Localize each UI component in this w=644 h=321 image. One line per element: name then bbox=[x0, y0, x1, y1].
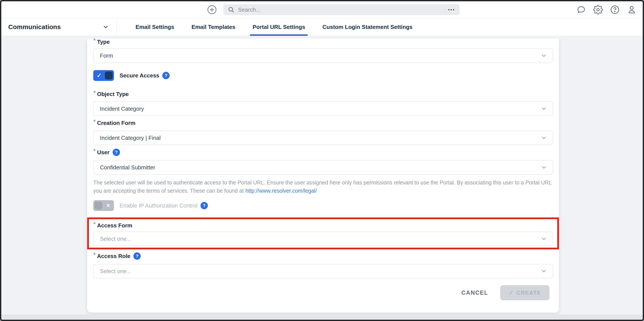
tab-email-settings[interactable]: Email Settings bbox=[127, 18, 183, 36]
search-divider bbox=[444, 6, 444, 13]
search-more-button[interactable]: ••• bbox=[448, 7, 455, 12]
access-role-help-icon[interactable]: ? bbox=[134, 252, 141, 260]
chevron-down-icon bbox=[540, 52, 547, 59]
chevron-down-icon bbox=[102, 24, 109, 30]
bottom-strip bbox=[1, 315, 643, 320]
top-bar: ••• bbox=[1, 1, 643, 18]
creation-form-label: * Creation Form bbox=[93, 120, 553, 126]
portal-url-form-card: * Type Form ✓ Secure Access ? bbox=[87, 39, 559, 313]
chat-button[interactable] bbox=[576, 5, 586, 15]
user-select[interactable]: Confidential Submitter bbox=[93, 160, 553, 175]
chevron-down-icon bbox=[540, 135, 547, 141]
chevron-down-icon bbox=[540, 164, 547, 171]
gear-icon bbox=[593, 5, 603, 15]
chevron-down-icon bbox=[540, 268, 547, 274]
help-button[interactable] bbox=[610, 5, 620, 15]
x-icon: ✕ bbox=[106, 203, 110, 209]
search-input[interactable] bbox=[238, 6, 443, 13]
nav-bar: Communications Email Settings Email Temp… bbox=[1, 18, 643, 36]
search-bar: ••• bbox=[223, 4, 460, 15]
top-right-icons bbox=[576, 1, 637, 18]
user-icon bbox=[627, 5, 637, 15]
required-asterisk: * bbox=[93, 89, 96, 96]
main-area: * Type Form ✓ Secure Access ? bbox=[1, 36, 643, 320]
chevron-down-icon bbox=[540, 105, 547, 112]
chat-bubble-icon bbox=[576, 5, 586, 15]
required-asterisk: * bbox=[93, 251, 96, 259]
access-form-select[interactable]: Select one... bbox=[93, 232, 553, 246]
secure-access-row: ✓ Secure Access ? bbox=[93, 70, 553, 81]
chevron-down-icon bbox=[540, 236, 547, 242]
type-select[interactable]: Form bbox=[93, 48, 553, 63]
access-role-select[interactable]: Select one... bbox=[93, 264, 553, 278]
required-asterisk: * bbox=[93, 118, 96, 125]
required-asterisk: * bbox=[93, 147, 96, 155]
ip-authorization-toggle[interactable]: ✕ bbox=[93, 200, 114, 211]
tab-custom-login-statement-settings[interactable]: Custom Login Statement Settings bbox=[314, 18, 421, 36]
type-label: * Type bbox=[93, 39, 553, 45]
create-button[interactable]: ✓ CREATE bbox=[500, 285, 550, 300]
module-name: Communications bbox=[8, 23, 61, 31]
check-icon: ✓ bbox=[97, 72, 102, 79]
required-asterisk: * bbox=[93, 221, 96, 228]
form-actions: CANCEL ✓ CREATE bbox=[93, 285, 553, 300]
creation-form-select[interactable]: Incident Category | Final bbox=[93, 131, 553, 145]
profile-button[interactable] bbox=[627, 5, 637, 15]
user-help-icon[interactable]: ? bbox=[113, 149, 120, 156]
question-circle-icon bbox=[610, 5, 620, 15]
create-new-button[interactable] bbox=[207, 5, 217, 14]
object-type-select[interactable]: Incident Category bbox=[93, 102, 553, 116]
settings-tabs: Email Settings Email Templates Portal UR… bbox=[127, 18, 421, 36]
ip-authorization-help-icon[interactable]: ? bbox=[200, 202, 208, 209]
user-helper-text: The selected user will be used to authen… bbox=[93, 178, 555, 195]
access-form-label: * Access Form bbox=[93, 222, 553, 229]
module-selector-dropdown[interactable]: Communications bbox=[1, 18, 116, 36]
access-role-label: * Access Role ? bbox=[93, 253, 553, 259]
secure-access-toggle[interactable]: ✓ bbox=[93, 70, 114, 81]
tab-portal-url-settings[interactable]: Portal URL Settings bbox=[244, 18, 314, 36]
annotation-highlight-box: * Access Form Select one... bbox=[87, 217, 559, 249]
user-label: * User ? bbox=[93, 149, 553, 156]
settings-button[interactable] bbox=[593, 5, 603, 15]
plus-circle-icon bbox=[207, 5, 217, 14]
legal-link[interactable]: http://www.resolver.com/legal/ bbox=[246, 188, 317, 194]
toggle-knob bbox=[94, 202, 102, 210]
tab-email-templates[interactable]: Email Templates bbox=[183, 18, 244, 36]
check-icon: ✓ bbox=[509, 290, 514, 296]
app-window: ••• bbox=[0, 0, 644, 321]
ip-authorization-label: Enable IP Authorization Control ? bbox=[120, 202, 208, 209]
object-type-label: * Object Type bbox=[93, 91, 553, 97]
search-icon bbox=[228, 6, 234, 13]
toggle-knob bbox=[105, 72, 113, 79]
secure-access-help-icon[interactable]: ? bbox=[162, 72, 170, 79]
secure-access-label: Secure Access ? bbox=[120, 72, 170, 79]
cancel-button[interactable]: CANCEL bbox=[460, 289, 490, 297]
required-asterisk: * bbox=[93, 37, 96, 44]
ip-authorization-row: ✕ Enable IP Authorization Control ? bbox=[93, 200, 553, 211]
